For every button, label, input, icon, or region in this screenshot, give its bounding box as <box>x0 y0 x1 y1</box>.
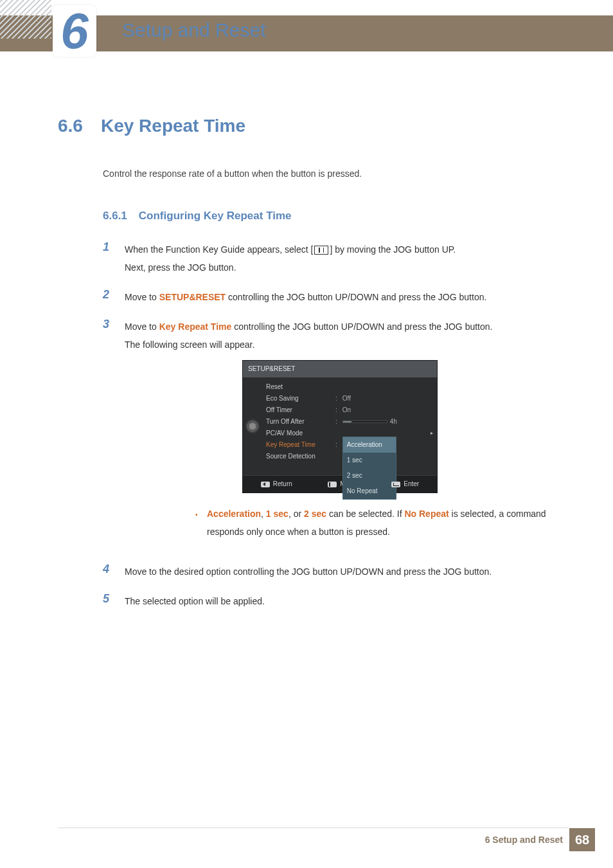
subsection-number: 6.6.1 <box>103 210 127 222</box>
footer-label: 6 Setup and Reset <box>485 835 563 845</box>
text: by moving the JOG button UP. <box>332 244 456 255</box>
step-number: 3 <box>103 318 112 331</box>
text: controlling the JOG button UP/DOWN and p… <box>226 292 486 302</box>
osd-option: 2 sec <box>343 468 396 484</box>
step-2: 2 Move to SETUP&RESET controlling the JO… <box>103 288 555 306</box>
text: , or <box>289 509 304 519</box>
text: Next, press the JOG button. <box>125 262 236 273</box>
section-title: Key Repeat Time <box>101 116 245 136</box>
osd-footer: Return Move Enter <box>243 475 437 493</box>
step-number: 4 <box>103 563 112 576</box>
osd-item-eco: Eco Saving <box>266 392 335 405</box>
chapter-title: Setup and Reset <box>122 19 266 41</box>
text: Move to <box>125 292 159 302</box>
step-5: 5 The selected option will be applied. <box>103 592 555 610</box>
text: controlling the JOG button UP/DOWN and p… <box>231 321 492 332</box>
page-number: 68 <box>569 828 595 851</box>
section-number: 6.6 <box>58 116 83 136</box>
subsection-title: Configuring Key Repeat Time <box>139 210 292 222</box>
osd-option: 1 sec <box>343 453 396 468</box>
step-1: 1 When the Function Key Guide appears, s… <box>103 240 555 276</box>
page-footer: 6 Setup and Reset 68 <box>0 828 613 851</box>
text: , <box>261 509 266 519</box>
step-body: When the Function Key Guide appears, sel… <box>125 240 456 276</box>
step-3: 3 Move to Key Repeat Time controlling th… <box>103 318 555 551</box>
highlight: Acceleration <box>207 509 261 519</box>
highlight: No Repeat <box>404 509 449 519</box>
osd-title: SETUP&RESET <box>243 361 437 377</box>
osd-dropdown-list: 1 sec 2 sec No Repeat <box>342 453 396 500</box>
chapter-badge: 6 <box>53 5 96 57</box>
move-key-icon <box>328 482 337 487</box>
osd-option: No Repeat <box>343 484 396 499</box>
osd-item-reset: Reset <box>266 381 335 393</box>
osd-value: Off <box>342 392 351 405</box>
osd-item-krt: Key Repeat Time <box>266 439 335 451</box>
enter-key-icon <box>391 482 400 487</box>
osd-screenshot: SETUP&RESET Reset Eco Saving:Off Off Tim… <box>242 360 438 493</box>
step-body: Move to the desired option controlling t… <box>125 563 492 581</box>
step-4: 4 Move to the desired option controlling… <box>103 563 555 581</box>
return-key-icon <box>261 482 270 487</box>
step-number: 1 <box>103 240 112 254</box>
highlight: SETUP&RESET <box>159 292 226 302</box>
text: can be selected. If <box>326 509 404 519</box>
step-body: The selected option will be applied. <box>125 592 265 610</box>
osd-slider: 4h <box>342 415 397 428</box>
text: When the Function Key Guide appears, sel… <box>125 244 311 255</box>
text: Move to <box>125 321 159 332</box>
osd-value: 4h <box>390 415 397 428</box>
osd-item-turnoff: Turn Off After <box>266 415 335 428</box>
osd-item-offtimer: Off Timer <box>266 404 335 417</box>
step-body: Move to Key Repeat Time controlling the … <box>125 318 555 551</box>
osd-footer-enter: Enter <box>404 478 419 491</box>
osd-footer-return: Return <box>273 478 292 491</box>
menu-icon <box>314 246 328 255</box>
osd-option-selected: Acceleration <box>347 441 382 448</box>
caret-right-icon: ▸ <box>431 428 437 439</box>
chapter-number: 6 <box>60 6 88 56</box>
step-number: 5 <box>103 592 112 606</box>
osd-value: On <box>342 404 351 417</box>
highlight: 1 sec <box>266 509 289 519</box>
gear-icon <box>247 420 258 432</box>
osd-item-srcdet: Source Detection <box>266 450 335 463</box>
text: The following screen will appear. <box>125 339 254 350</box>
highlight: 2 sec <box>304 509 326 519</box>
note-bullet: Acceleration, 1 sec, or 2 sec can be sel… <box>195 505 555 541</box>
section-intro: Control the response rate of a button wh… <box>103 168 555 179</box>
step-number: 2 <box>103 288 112 302</box>
step-body: Move to SETUP&RESET controlling the JOG … <box>125 288 486 306</box>
highlight: Key Repeat Time <box>159 321 232 332</box>
header-hatch <box>0 0 51 39</box>
osd-dropdown: Acceleration 1 sec 2 sec No Repeat <box>342 437 396 453</box>
osd-item-pcav: PC/AV Mode <box>266 427 335 440</box>
